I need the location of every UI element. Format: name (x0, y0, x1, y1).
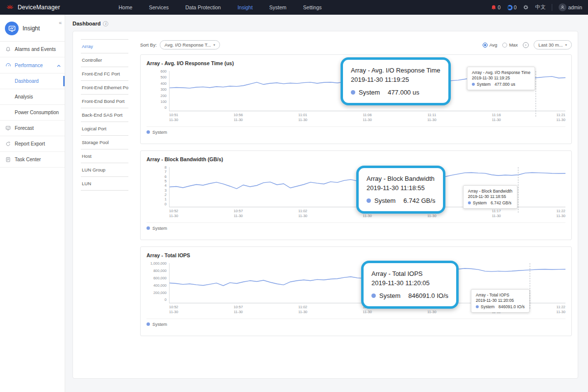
chart-tooltip: Array - Block Bandwidth 2019-11-30 11:18… (463, 185, 517, 209)
sidebar-item-alarms-and-events[interactable]: Alarms and Events (0, 42, 65, 57)
tooltip-title: Array - Block Bandwidth (367, 174, 435, 184)
radio-unselected-icon (502, 43, 507, 48)
avg-label: Avg (490, 42, 497, 48)
insight-sidebar: Insight « Alarms and Events Performance … (0, 15, 65, 392)
tooltip-value: 477.000 us (388, 89, 419, 96)
legend-label: System (152, 130, 167, 135)
resource-item-controller[interactable]: Controller (81, 53, 128, 67)
avg-radio[interactable]: Avg (483, 42, 497, 48)
sidebar-item-dashboard[interactable]: Dashboard (0, 74, 65, 89)
resource-item-array[interactable]: Array (81, 40, 128, 53)
crosshair-line (536, 71, 536, 117)
huawei-logo (6, 3, 14, 12)
sidebar-item-label: Task Center (15, 157, 41, 162)
magnified-tooltip-callout: Array - Total IOPS 2019-11-30 11:20:05 S… (361, 261, 459, 309)
sidebar-item-label: Report Export (15, 141, 45, 147)
user-menu[interactable]: admin (559, 3, 582, 11)
sidebar-item-performance[interactable]: Performance (0, 57, 65, 74)
tooltip-value: 477.000 us (494, 82, 515, 87)
time-range-dropdown[interactable]: Last 30 m... ▾ (534, 40, 572, 49)
resource-item-front-end-bond-port[interactable]: Front-End Bond Port (81, 95, 128, 108)
chevron-down-icon: ▾ (565, 43, 567, 47)
series-color-dot (468, 201, 471, 204)
alarm-count: 0 (498, 4, 501, 10)
insight-logo-icon (5, 22, 19, 35)
y-axis: 1,000,000800,000600,000400,000200,0000 (147, 262, 169, 302)
resource-item-storage-pool[interactable]: Storage Pool (81, 136, 128, 149)
export-icon (5, 141, 11, 147)
sort-by-dropdown[interactable]: Avg. I/O Response T... ▾ (160, 40, 220, 49)
tooltip-series: System (374, 197, 395, 204)
bell-icon (5, 47, 11, 52)
sidebar-title: Insight (23, 25, 40, 32)
brand: DeviceManager (6, 3, 109, 12)
radio-selected-icon (483, 43, 488, 48)
language-switch[interactable]: 中文 (535, 4, 545, 11)
magnified-tooltip-callout: Array - Block Bandwidth 2019-11-30 11:18… (356, 166, 445, 214)
info-icon[interactable]: i (103, 21, 108, 26)
resource-item-host[interactable]: Host (81, 149, 128, 163)
chart-panel-avg-io-response-time: Array - Avg. I/O Response Time (us) 6005… (140, 54, 572, 144)
gauge-icon (5, 62, 11, 68)
tooltip-value: 6.742 GB/s (490, 200, 512, 205)
resource-item-lun-group[interactable]: LUN Group (81, 163, 128, 177)
sidebar-item-task-center[interactable]: Task Center (0, 152, 65, 168)
nav-data-protection[interactable]: Data Protection (185, 4, 220, 10)
nav-system[interactable]: System (270, 4, 287, 10)
sidebar-item-report-export[interactable]: Report Export (0, 136, 65, 152)
sidebar-item-power-consumption[interactable]: Power Consumption (0, 105, 65, 121)
resource-item-logical-port[interactable]: Logical Port (81, 122, 128, 136)
page-title: Dashboard i (73, 21, 578, 26)
tooltip-datetime: 2019-11-30 11:18:55 (367, 184, 435, 193)
resource-item-lun[interactable]: LUN (81, 177, 128, 191)
controls-row: Sort By: Avg. I/O Response T... ▾ Avg Ma… (140, 40, 572, 49)
legend[interactable]: System (147, 222, 565, 232)
sidebar-header: Insight « (0, 15, 65, 41)
legend-label: System (152, 322, 167, 327)
resource-nav: Array Controller Front-End FC Port Front… (81, 39, 128, 370)
app-title: DeviceManager (18, 4, 60, 11)
tooltip-series: System (379, 292, 400, 299)
resource-item-front-end-ethernet-port[interactable]: Front-End Ethernet Por (81, 81, 128, 95)
tooltip-datetime: 2019-11-30 11:19:25 (472, 75, 530, 80)
series-color-dot (371, 294, 376, 298)
collapse-sidebar-icon[interactable]: « (59, 20, 62, 25)
sidebar-item-label: Power Consumption (15, 110, 59, 115)
task-count: 0 (514, 4, 517, 10)
tooltip-datetime: 2019-11-30 11:18:55 (468, 194, 513, 199)
sidebar-item-forecast[interactable]: Forecast (0, 121, 65, 136)
alarm-bell-icon (491, 5, 496, 10)
charts-column: Sort By: Avg. I/O Response T... ▾ Avg Ma… (140, 39, 572, 370)
sidebar-item-label: Forecast (15, 125, 34, 131)
tooltip-value: 846091.0 IO/s (408, 292, 448, 299)
alarm-indicator[interactable]: 0 (491, 4, 501, 10)
username: admin (568, 4, 582, 10)
chart-panel-block-bandwidth: Array - Block Bandwidth (GB/s) 876543210… (140, 150, 572, 240)
sidebar-item-label: Performance (15, 63, 43, 68)
chart-title: Array - Block Bandwidth (GB/s) (147, 156, 565, 162)
tooltip-title: Array - Total IOPS (476, 293, 525, 297)
task-indicator[interactable]: 0 (507, 4, 517, 10)
forecast-chart-icon (5, 125, 11, 131)
resource-item-back-end-sas-port[interactable]: Back-End SAS Port (81, 108, 128, 122)
active-indicator (63, 76, 65, 86)
main-content: Dashboard i Array Controller Front-End F… (65, 15, 588, 392)
chart-tooltip: Array - Total IOPS 2019-11-30 11:20:05 S… (471, 289, 530, 313)
resource-item-front-end-fc-port[interactable]: Front-End FC Port (81, 67, 128, 81)
legend[interactable]: System (147, 126, 565, 136)
max-radio[interactable]: Max (502, 42, 518, 48)
time-range-value: Last 30 m... (539, 42, 563, 48)
nav-settings[interactable]: Settings (303, 4, 322, 10)
nav-insight[interactable]: Insight (238, 4, 253, 10)
tooltip-series: System (477, 82, 490, 87)
time-refresh-icon[interactable] (523, 42, 529, 48)
legend[interactable]: System (147, 318, 565, 328)
sidebar-item-label: Analysis (15, 94, 33, 99)
sidebar-item-analysis[interactable]: Analysis (0, 89, 65, 105)
nav-home[interactable]: Home (119, 4, 132, 10)
gear-icon[interactable] (523, 4, 529, 10)
nav-services[interactable]: Services (149, 4, 169, 10)
series-color-dot (367, 198, 371, 203)
series-color-dot (476, 305, 479, 308)
magnified-tooltip-callout: Array - Avg. I/O Response Time 2019-11-3… (341, 57, 451, 105)
